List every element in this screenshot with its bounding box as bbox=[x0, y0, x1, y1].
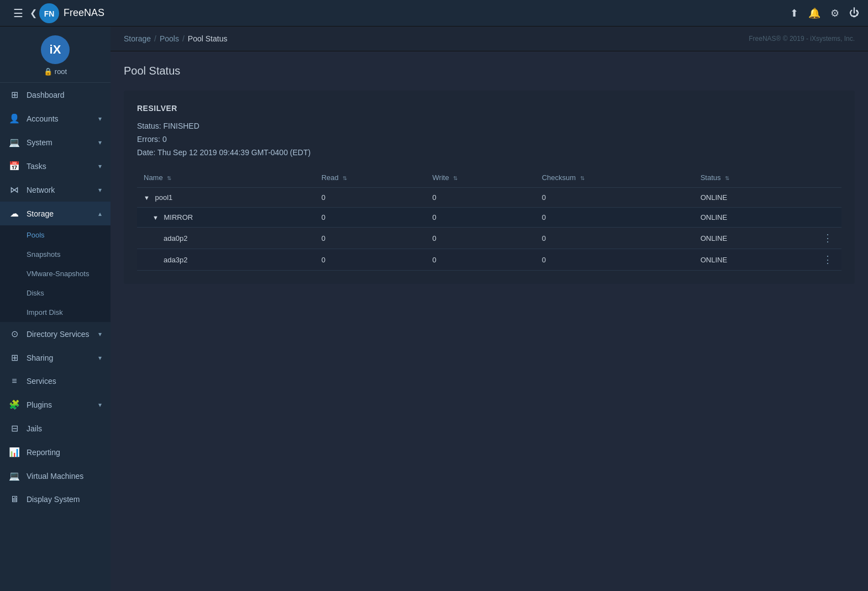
sort-icon: ⇅ bbox=[343, 175, 347, 181]
sidebar-item-plugins[interactable]: 🧩 Plugins ▾ bbox=[0, 393, 111, 416]
expand-row-icon: ▼ bbox=[144, 194, 150, 201]
sidebar-item-label: Storage bbox=[27, 209, 92, 218]
section-title: RESILVER bbox=[137, 104, 841, 113]
pool-table: Name ⇅ Read ⇅ Write ⇅ bbox=[137, 168, 841, 271]
avatar: iX bbox=[41, 35, 70, 64]
sidebar-item-label: Directory Services bbox=[27, 330, 92, 339]
cell-name: ada3p2 bbox=[137, 249, 315, 271]
breadcrumb-sep-1: / bbox=[154, 34, 156, 43]
sidebar-item-pools[interactable]: Pools bbox=[0, 225, 111, 245]
sidebar-item-jails[interactable]: ⊟ Jails bbox=[0, 416, 111, 440]
cell-checksum: 0 bbox=[535, 249, 694, 271]
col-write[interactable]: Write ⇅ bbox=[426, 168, 535, 188]
system-icon: 💻 bbox=[9, 137, 20, 147]
col-checksum[interactable]: Checksum ⇅ bbox=[535, 168, 694, 188]
cell-write: 0 bbox=[426, 249, 535, 271]
power-icon[interactable]: ⏻ bbox=[849, 7, 859, 19]
cell-read: 0 bbox=[315, 249, 426, 271]
disks-label: Disks bbox=[27, 289, 44, 297]
sidebar-item-display-system[interactable]: 🖥 Display System bbox=[0, 488, 111, 511]
sidebar-item-label: Accounts bbox=[27, 114, 92, 123]
sidebar-item-label: Network bbox=[27, 186, 92, 194]
virtual-machines-icon: 💻 bbox=[9, 471, 20, 481]
sidebar-item-disks[interactable]: Disks bbox=[0, 283, 111, 303]
cell-read: 0 bbox=[315, 208, 426, 228]
col-status[interactable]: Status ⇅ bbox=[694, 168, 814, 188]
pools-label: Pools bbox=[27, 231, 45, 239]
status-label: Status: bbox=[137, 122, 161, 130]
table-row: ada3p2 0 0 0 ONLINE ⋮ bbox=[137, 249, 841, 271]
sidebar-item-directory-services[interactable]: ⊙ Directory Services ▾ bbox=[0, 322, 111, 346]
row-actions-button[interactable]: ⋮ bbox=[820, 233, 835, 243]
display-system-icon: 🖥 bbox=[9, 494, 20, 504]
breadcrumb-pools[interactable]: Pools bbox=[160, 34, 179, 43]
sidebar-item-label: System bbox=[27, 138, 92, 147]
topbar-actions: ⬆ 🔔 ⚙ ⏻ bbox=[790, 7, 859, 19]
storage-icon: ☁ bbox=[9, 208, 20, 219]
expand-icon: ▾ bbox=[98, 115, 102, 123]
cell-name: ada0p2 bbox=[137, 228, 315, 249]
sidebar-item-label: Dashboard bbox=[27, 91, 102, 99]
hamburger-button[interactable]: ☰ bbox=[9, 7, 28, 20]
sidebar-collapse-button[interactable]: ❮ bbox=[28, 8, 39, 18]
table-header: Name ⇅ Read ⇅ Write ⇅ bbox=[137, 168, 841, 188]
sidebar-item-snapshots[interactable]: Snapshots bbox=[0, 245, 111, 264]
sidebar-item-reporting[interactable]: 📊 Reporting bbox=[0, 440, 111, 464]
upload-icon[interactable]: ⬆ bbox=[790, 7, 798, 19]
sidebar-item-storage[interactable]: ☁ Storage ▴ bbox=[0, 202, 111, 225]
cell-status: ONLINE bbox=[694, 188, 814, 208]
vmware-snapshots-label: VMware-Snapshots bbox=[27, 270, 89, 278]
logo: FN FreeNAS bbox=[39, 3, 104, 23]
col-name[interactable]: Name ⇅ bbox=[137, 168, 315, 188]
sidebar-item-label: Services bbox=[27, 377, 102, 386]
cell-write: 0 bbox=[426, 188, 535, 208]
breadcrumb-sep-2: / bbox=[182, 34, 185, 43]
cell-actions[interactable]: ⋮ bbox=[814, 249, 841, 271]
table-row: ▼ MIRROR 0 0 0 ONLINE bbox=[137, 208, 841, 228]
sidebar-item-dashboard[interactable]: ⊞ Dashboard bbox=[0, 83, 111, 107]
breadcrumb-storage[interactable]: Storage bbox=[124, 34, 151, 43]
user-section: iX 🔒 root bbox=[0, 27, 111, 83]
sidebar-item-label: Display System bbox=[27, 495, 102, 504]
cell-actions[interactable]: ⋮ bbox=[814, 228, 841, 249]
sidebar-item-label: Virtual Machines bbox=[27, 472, 102, 481]
logo-text: FreeNAS bbox=[64, 7, 104, 19]
sidebar-item-virtual-machines[interactable]: 💻 Virtual Machines bbox=[0, 464, 111, 488]
sidebar-item-system[interactable]: 💻 System ▾ bbox=[0, 130, 111, 154]
plugins-icon: 🧩 bbox=[9, 399, 20, 410]
table-row: ada0p2 0 0 0 ONLINE ⋮ bbox=[137, 228, 841, 249]
username-display: 🔒 root bbox=[44, 67, 67, 76]
sidebar-item-label: Sharing bbox=[27, 353, 92, 362]
cell-read: 0 bbox=[315, 228, 426, 249]
freenas-logo-icon: FN bbox=[39, 3, 59, 23]
sidebar-item-accounts[interactable]: 👤 Accounts ▾ bbox=[0, 107, 111, 130]
col-read[interactable]: Read ⇅ bbox=[315, 168, 426, 188]
table-row: ▼ pool1 0 0 0 ONLINE bbox=[137, 188, 841, 208]
col-actions bbox=[814, 168, 841, 188]
sidebar-item-vmware-snapshots[interactable]: VMware-Snapshots bbox=[0, 264, 111, 283]
sidebar-item-network[interactable]: ⋈ Network ▾ bbox=[0, 178, 111, 202]
date-label: Date: bbox=[137, 148, 155, 157]
page-title: Pool Status bbox=[124, 65, 855, 77]
sort-icon: ⇅ bbox=[453, 175, 457, 181]
dashboard-icon: ⊞ bbox=[9, 89, 20, 100]
sidebar-item-import-disk[interactable]: Import Disk bbox=[0, 303, 111, 322]
content-area: Storage / Pools / Pool Status FreeNAS® ©… bbox=[111, 27, 868, 591]
sidebar-item-sharing[interactable]: ⊞ Sharing ▾ bbox=[0, 346, 111, 370]
chevron-left-icon: ❮ bbox=[30, 8, 37, 18]
expand-icon: ▴ bbox=[98, 210, 102, 218]
cell-actions bbox=[814, 188, 841, 208]
sort-icon: ⇅ bbox=[580, 175, 585, 181]
errors-label: Errors: bbox=[137, 135, 160, 144]
cell-actions bbox=[814, 208, 841, 228]
copyright: FreeNAS® © 2019 - iXsystems, Inc. bbox=[749, 35, 855, 43]
directory-services-icon: ⊙ bbox=[9, 329, 20, 339]
cell-name: ▼ pool1 bbox=[137, 188, 315, 208]
settings-icon[interactable]: ⚙ bbox=[830, 7, 839, 19]
row-actions-button[interactable]: ⋮ bbox=[820, 255, 835, 265]
sidebar-item-tasks[interactable]: 📅 Tasks ▾ bbox=[0, 154, 111, 178]
notification-icon[interactable]: 🔔 bbox=[808, 7, 820, 19]
breadcrumb-current: Pool Status bbox=[188, 34, 228, 43]
lock-icon: 🔒 bbox=[44, 67, 52, 76]
sidebar-item-services[interactable]: ≡ Services bbox=[0, 370, 111, 393]
